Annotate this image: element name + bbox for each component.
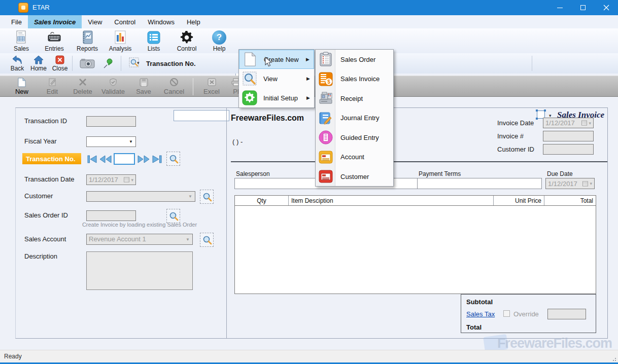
save-button: Save	[129, 77, 158, 96]
transaction-no-label: Transaction No.	[22, 153, 81, 164]
close-button[interactable]	[595, 0, 618, 15]
phone-placeholder: ( ) -	[232, 138, 243, 145]
view-magnifier-icon	[242, 71, 257, 86]
customer-icon	[318, 169, 333, 185]
keyboard-icon	[47, 30, 62, 45]
sales-account-label: Sales Account	[24, 235, 66, 243]
analysis-button[interactable]: Analysis	[104, 30, 136, 53]
override-field	[547, 309, 586, 319]
home-button[interactable]: Home	[28, 55, 49, 72]
magnifier-icon	[202, 192, 212, 202]
submenu-arrow-icon: ▶	[306, 57, 310, 62]
account-icon	[318, 149, 333, 165]
create-new-submenu: Sales Order $ Sales Invoice Receipt Jour…	[315, 49, 394, 187]
window-title: ETAR	[32, 4, 50, 11]
guided-entry-icon	[318, 130, 333, 145]
new-page-icon	[18, 77, 26, 87]
camera-button[interactable]	[76, 57, 98, 69]
menu-item-create-new[interactable]: Create New ▶	[239, 50, 314, 69]
subtotal-label: Subtotal	[466, 298, 493, 306]
entries-button[interactable]: Entries	[38, 30, 71, 53]
line-items-table[interactable]: Qty Item Desciption Unit Price Total	[234, 195, 596, 294]
control-button[interactable]: Control	[170, 30, 203, 53]
camera-icon	[79, 57, 95, 69]
status-text: Ready	[4, 353, 22, 360]
menu-help[interactable]: Help	[181, 15, 207, 28]
title-bar: ETAR	[0, 0, 618, 15]
first-record-button[interactable]	[86, 154, 98, 164]
last-record-button[interactable]	[151, 154, 163, 164]
menu-file[interactable]: File	[5, 15, 28, 28]
excel-icon	[208, 77, 216, 87]
cancel-button: Cancel	[159, 77, 189, 96]
fiscal-year-combo-arrow[interactable]: ▼	[127, 137, 135, 146]
search-dropdown-arrow[interactable]: ▾	[137, 60, 140, 65]
sales-order-icon	[318, 52, 333, 67]
company-watermark-text: FreewareFiles.com	[231, 114, 304, 123]
sales-button[interactable]: Sales	[5, 30, 38, 53]
total-label: Total	[466, 323, 482, 331]
sales-account-search-button[interactable]	[200, 233, 214, 247]
sales-tax-link[interactable]: Sales Tax	[466, 310, 495, 318]
sales-order-id-label: Sales Order ID	[24, 211, 68, 219]
status-bar: Ready	[0, 350, 618, 362]
new-button[interactable]: New	[7, 77, 37, 96]
search-filter-button[interactable]: ▾	[125, 57, 143, 67]
minimize-button[interactable]	[548, 0, 571, 15]
maximize-icon	[580, 5, 586, 10]
magnifier-icon	[202, 235, 212, 245]
submenu-item-sales-invoice[interactable]: $ Sales Invoice	[316, 69, 393, 89]
reports-button[interactable]: Reports	[71, 30, 104, 53]
create-new-page-icon	[243, 52, 258, 67]
transaction-search-button[interactable]	[166, 152, 180, 166]
lists-button[interactable]: Lists	[138, 30, 170, 53]
fiscal-year-combo[interactable]: ▼	[86, 136, 136, 147]
submenu-item-customer[interactable]: Customer	[316, 167, 393, 187]
customer-id-field	[543, 144, 594, 155]
sales-order-id-field	[86, 210, 136, 221]
transaction-date-label: Transaction Date	[24, 175, 75, 183]
transaction-no-input[interactable]	[114, 153, 135, 165]
menu-sales-invoice[interactable]: Sales Invoice	[28, 15, 82, 28]
transaction-id-field	[86, 116, 136, 127]
close-view-button[interactable]: Close	[50, 55, 70, 72]
totals-box: Subtotal Sales Tax Override Total	[461, 294, 596, 333]
menu-view[interactable]: View	[82, 15, 108, 28]
menu-control[interactable]: Control	[108, 15, 142, 28]
payment-terms-field[interactable]	[417, 178, 542, 189]
customer-search-button[interactable]	[200, 190, 214, 204]
pin-button[interactable]	[99, 57, 118, 69]
sales-order-search-button[interactable]	[166, 209, 180, 223]
magnifier-icon	[168, 211, 179, 221]
resize-grip[interactable]	[611, 356, 616, 361]
help-button[interactable]: ? Help	[203, 30, 235, 53]
maximize-button[interactable]	[571, 0, 595, 15]
invoice-date-field: 1/12/2017 ▾	[543, 118, 594, 128]
due-date-label: Due Date	[547, 170, 573, 177]
cash-register-icon	[318, 91, 333, 106]
calendar-icon	[581, 120, 587, 126]
menu-item-initial-setup[interactable]: Initial Setup ▶	[239, 88, 314, 107]
submenu-item-account[interactable]: Account	[316, 148, 393, 167]
back-button[interactable]: Back	[6, 55, 28, 72]
menu-item-view[interactable]: View ▶	[239, 69, 314, 88]
payment-terms-label: Payment Terms	[419, 170, 461, 177]
submenu-item-journal-entry[interactable]: Journal Entry	[316, 108, 393, 128]
override-checkbox	[503, 310, 510, 317]
transaction-date-field: 1/12/2017 ▾	[86, 174, 136, 185]
submenu-item-receipt[interactable]: Receipt	[316, 89, 393, 108]
home-icon	[33, 55, 44, 65]
help-icon: ?	[212, 30, 226, 45]
menu-bar: File Sales Invoice View Control Windows …	[0, 15, 618, 28]
delete-icon	[78, 77, 87, 87]
menu-windows[interactable]: Windows	[142, 15, 181, 28]
salesperson-label: Salesperson	[236, 170, 270, 177]
fiscal-year-label: Fiscal Year	[24, 137, 57, 145]
submenu-item-sales-order[interactable]: Sales Order	[316, 50, 393, 69]
submenu-item-guided-entry[interactable]: Guided Entry	[316, 128, 393, 148]
close-icon	[603, 5, 609, 11]
previous-record-button[interactable]	[99, 154, 111, 164]
next-record-button[interactable]	[137, 154, 149, 164]
report-notebook-icon	[80, 30, 94, 45]
col-total: Total	[544, 196, 596, 205]
